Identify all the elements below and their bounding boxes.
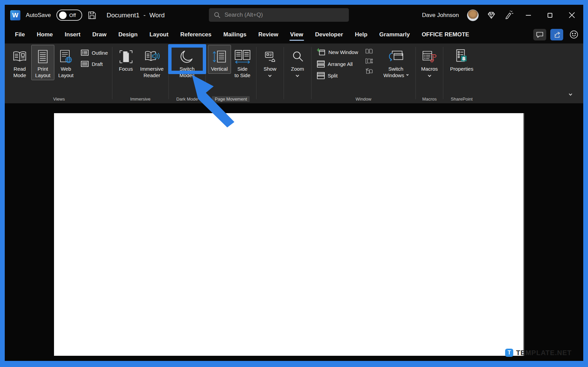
macros-button[interactable]: Macros [418,45,441,78]
show-group-label [259,94,282,103]
page-movement-group-label: Page Movement [208,94,254,103]
outline-button[interactable]: Outline [81,50,108,56]
macros-group: Macros Macros [416,43,443,103]
side-to-side-button[interactable]: Side to Side [231,45,254,80]
tab-mailings[interactable]: Mailings [224,27,247,43]
show-group: Show [256,43,284,103]
tab-layout[interactable]: Layout [149,27,168,43]
print-layout-button[interactable]: Print Layout [31,45,54,80]
switch-windows-label-1: Switch [388,66,403,72]
maximize-button[interactable] [543,8,557,22]
draft-label: Draft [92,61,103,67]
watermark: T TEMPLATE.NET [505,349,572,357]
ribbon-tab-row: File Home Insert Draw Design Layout Refe… [5,25,583,43]
tab-grammarly[interactable]: Grammarly [379,27,410,43]
vertical-label: Vertical [211,66,228,72]
zoom-label: Zoom [291,66,304,72]
split-label: Split [328,73,338,78]
tab-help[interactable]: Help [355,27,368,43]
tab-home[interactable]: Home [37,27,53,43]
view-side-by-side-icon[interactable] [365,48,373,54]
document-page[interactable] [54,113,523,356]
tab-file[interactable]: File [15,27,25,43]
read-mode-button[interactable]: Read Mode [8,45,31,80]
tab-office-remote[interactable]: OFFICE REMOTE [422,27,469,43]
comments-button[interactable] [533,29,546,40]
feedback-smiley-icon[interactable] [569,30,578,39]
split-button[interactable]: Split [317,72,358,79]
autosave-toggle[interactable]: Off [56,10,82,21]
avatar[interactable] [467,10,479,21]
document-canvas: T TEMPLATE.NET [5,103,583,361]
minimize-icon [526,15,531,16]
synchronous-scrolling-icon[interactable] [365,58,373,64]
views-group-label: Views [8,94,110,103]
tab-review[interactable]: Review [259,27,279,43]
document-title: Document1 - Word [107,12,165,19]
new-window-label: New Window [328,49,358,55]
properties-icon: S [455,48,468,66]
switch-windows-label-2: Windows [384,72,404,78]
svg-text:S: S [462,56,465,61]
read-mode-label-1: Read [14,66,26,72]
web-layout-button[interactable]: Web Layout [54,45,77,80]
focus-button[interactable]: Focus [114,45,138,74]
close-button[interactable] [565,8,578,22]
focus-label: Focus [119,66,133,72]
editor-pen-icon[interactable] [504,11,513,20]
comment-icon [536,31,544,38]
switch-modes-button[interactable]: Switch Modes [171,45,203,80]
tab-references[interactable]: References [180,27,212,43]
premium-diamond-icon[interactable] [487,11,496,19]
chevron-down-icon [406,73,409,76]
page-movement-group: Vertical Side to Side Page Movement [206,43,256,103]
autosave-label: AutoSave [26,12,51,19]
immersive-reader-button[interactable]: Immersive Reader [138,45,166,80]
side-to-side-icon [234,48,251,66]
ribbon: Read Mode Print Layout [5,43,583,103]
dark-mode-group: Switch Modes Dark Mode [169,43,206,103]
tab-insert[interactable]: Insert [65,27,81,43]
reset-window-position-icon[interactable] [365,68,373,74]
switch-modes-moon-icon [179,48,195,66]
user-name[interactable]: Dave Johnson [422,12,459,19]
tab-developer[interactable]: Developer [315,27,343,43]
properties-button[interactable]: S Properties [445,45,478,74]
tab-design[interactable]: Design [118,27,138,43]
word-window: W AutoSave Off Document1 - Word Search (… [5,5,583,361]
screenshot-frame: W AutoSave Off Document1 - Word Search (… [0,0,588,367]
switch-windows-button[interactable]: Switch Windows [378,45,413,80]
new-window-button[interactable]: New Window [317,48,358,56]
window-group-label: Window [314,94,414,103]
show-button[interactable]: Show [259,45,282,78]
immersive-reader-label-1: Immersive [140,66,164,72]
sharepoint-group-label: SharePoint [445,94,478,103]
chevron-down-icon [569,92,572,95]
zoom-button[interactable]: Zoom [286,45,309,78]
show-icon [263,48,277,66]
split-icon [317,72,325,79]
immersive-reader-icon [144,48,160,66]
title-bar: W AutoSave Off Document1 - Word Search (… [5,5,583,25]
macros-group-label: Macros [418,94,441,103]
share-button[interactable] [550,29,563,40]
vertical-button[interactable]: Vertical [208,45,231,74]
properties-label: Properties [450,66,473,72]
search-input[interactable]: Search (Alt+Q) [209,8,349,22]
chevron-down-icon [268,74,272,77]
focus-icon [119,48,133,66]
autosave-state: Off [69,12,76,18]
tab-view[interactable]: View [290,27,303,43]
arrange-all-button[interactable]: Arrange All [317,60,358,68]
sharepoint-group: S Properties SharePoint [443,43,480,103]
minimize-button[interactable] [521,8,535,22]
collapse-ribbon-button[interactable] [566,91,575,98]
tab-draw[interactable]: Draw [92,27,107,43]
draft-button[interactable]: Draft [81,61,108,67]
print-layout-label-1: Print [38,66,48,72]
save-icon[interactable] [88,11,96,20]
word-logo-icon: W [10,10,20,20]
immersive-group-label: Immersive [114,94,166,103]
show-label: Show [264,66,277,72]
outline-label: Outline [92,50,108,56]
